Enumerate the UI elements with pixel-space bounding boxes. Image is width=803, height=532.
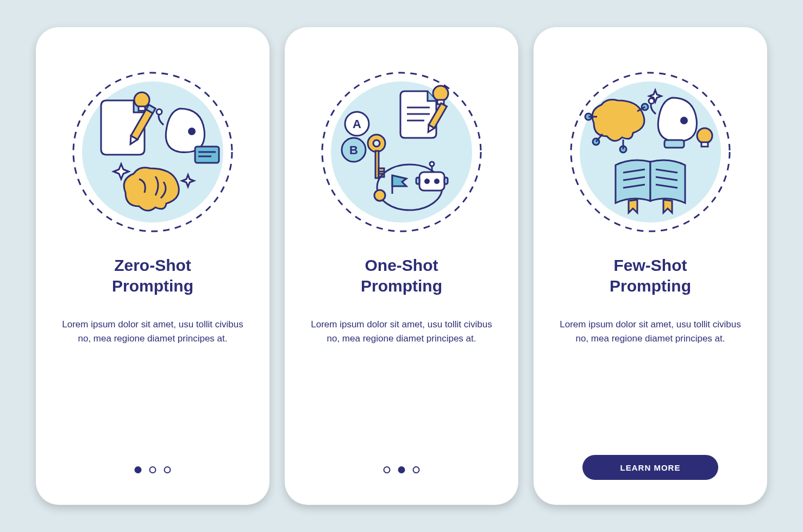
pagination-dots (135, 466, 171, 473)
svg-text:B: B (349, 143, 358, 157)
svg-point-25 (433, 86, 448, 101)
svg-rect-50 (664, 140, 684, 148)
svg-point-7 (156, 109, 162, 115)
pagination-dot[interactable] (413, 466, 420, 473)
svg-rect-20 (379, 168, 384, 172)
illustration-zero-shot (71, 71, 234, 233)
svg-point-32 (424, 179, 430, 184)
learn-more-button[interactable]: LEARN MORE (582, 455, 718, 480)
svg-point-48 (680, 117, 688, 124)
svg-point-18 (373, 140, 380, 147)
svg-text:A: A (353, 117, 361, 131)
svg-rect-37 (444, 178, 448, 184)
pagination-dot[interactable] (398, 466, 405, 473)
svg-rect-36 (416, 178, 419, 184)
svg-point-33 (434, 179, 440, 184)
svg-rect-31 (419, 172, 444, 191)
pagination-dots (384, 466, 420, 473)
card-title: Zero-ShotPrompting (112, 255, 193, 296)
onboarding-card: A B (285, 27, 518, 505)
svg-point-4 (134, 92, 149, 107)
pagination-dot[interactable] (164, 466, 171, 473)
card-description: Lorem ipsum dolor sit amet, usu tollit c… (558, 318, 743, 345)
svg-point-35 (430, 162, 434, 166)
card-description: Lorem ipsum dolor sit amet, usu tollit c… (60, 318, 245, 345)
svg-point-6 (188, 128, 196, 135)
illustration-few-shot (569, 71, 732, 233)
onboarding-card: Zero-ShotPrompting Lorem ipsum dolor sit… (36, 27, 269, 505)
card-title: One-ShotPrompting (361, 255, 442, 296)
card-title: Few-ShotPrompting (610, 255, 691, 296)
illustration-one-shot: A B (320, 71, 483, 233)
svg-point-29 (374, 190, 385, 201)
svg-rect-5 (139, 106, 145, 111)
pagination-dot[interactable] (384, 466, 391, 473)
card-description: Lorem ipsum dolor sit amet, usu tollit c… (309, 318, 494, 345)
onboarding-row: Zero-ShotPrompting Lorem ipsum dolor sit… (36, 27, 767, 505)
svg-point-51 (697, 128, 712, 143)
svg-rect-52 (701, 142, 708, 147)
pagination-dot[interactable] (149, 466, 156, 473)
svg-rect-8 (195, 147, 219, 163)
onboarding-card: Few-ShotPrompting Lorem ipsum dolor sit … (534, 27, 767, 505)
pagination-dot[interactable] (135, 466, 142, 473)
